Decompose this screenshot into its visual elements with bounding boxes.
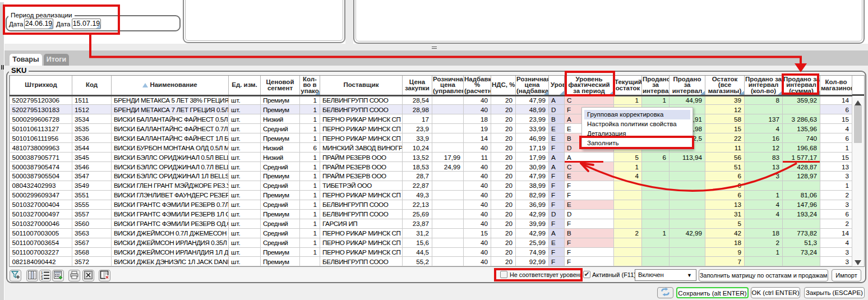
svg-text:3: 3 xyxy=(41,277,43,280)
